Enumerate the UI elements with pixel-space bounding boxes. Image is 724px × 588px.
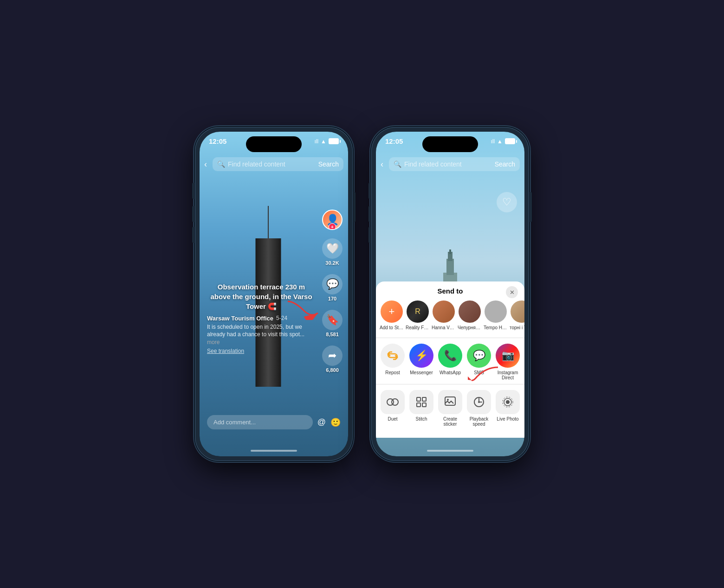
sheet-divider-1	[376, 338, 524, 338]
svg-rect-14	[417, 403, 420, 407]
creator-avatar[interactable]: 👤 +	[322, 210, 343, 230]
see-translation-btn[interactable]: See translation	[207, 348, 316, 354]
side-actions-panel: 👤 + 🤍 30.2K 💬 170 🔖 8,581 ➦ 6,800	[322, 210, 343, 373]
app-messenger[interactable]: ⚡ Messenger	[409, 344, 433, 380]
share-icon[interactable]: ➦	[322, 345, 343, 366]
status-time-2: 12:05	[385, 137, 403, 145]
video-description: It is scheduled to open in 2025, but we …	[207, 323, 316, 346]
share-action[interactable]: ➦ 6,800	[322, 345, 343, 373]
actions-row: Duet Stitch Create sticker	[376, 386, 524, 428]
close-sheet-button[interactable]: ✕	[506, 286, 518, 298]
search-input-container[interactable]: 🔍 Find related content Search	[213, 157, 343, 171]
like-action[interactable]: 🤍 30.2K	[322, 238, 343, 266]
comment-icon[interactable]: 💬	[322, 274, 343, 294]
action-create-sticker-label: Create sticker	[438, 416, 462, 427]
search-bar-area: ‹ 🔍 Find related content Search	[200, 157, 348, 171]
battery-icon-2: 22	[505, 138, 515, 144]
status-time: 12:05	[209, 137, 226, 145]
heart-button[interactable]: ♡	[497, 192, 517, 212]
user-chep-avatar	[459, 300, 481, 323]
search-icon: 🔍	[217, 160, 225, 168]
add-to-story-avatar: +	[381, 300, 403, 323]
add-to-story-item[interactable]: + Add to Story	[381, 300, 403, 330]
svg-point-19	[478, 401, 480, 403]
status-icons: ıll ▲ 22	[314, 138, 339, 145]
search-input-container-2[interactable]: 🔍 Find related content Search	[389, 157, 520, 171]
at-icon[interactable]: @	[317, 417, 326, 427]
create-sticker-icon	[438, 390, 462, 414]
user-tempo-name: Tempo Hand	[484, 325, 508, 330]
home-indicator-2	[427, 450, 473, 452]
wifi-icon: ▲	[321, 138, 326, 145]
bookmark-count: 8,581	[326, 332, 339, 337]
action-duet-label: Duet	[388, 416, 397, 422]
follow-button[interactable]: +	[329, 223, 336, 230]
repost-icon	[381, 344, 405, 368]
user-reality[interactable]: R Reality Fade Merch	[407, 300, 429, 330]
share-sheet: Send to ✕ + Add to Story R Reality	[376, 281, 524, 438]
action-playback-speed[interactable]: Playback speed	[467, 390, 491, 427]
back-button[interactable]: ‹	[204, 160, 207, 169]
svg-point-20	[506, 400, 510, 404]
user-hanna-name: Hanna Veganna	[432, 325, 456, 330]
app-whatsapp[interactable]: 📞 WhatsApp	[438, 344, 462, 380]
svg-rect-15	[422, 403, 426, 407]
back-button-2[interactable]: ‹	[381, 160, 383, 169]
phone-2: 12:05 ıll ▲ 22 ‹ 🔍 Find related content …	[371, 127, 529, 461]
search-placeholder-text: Find related content	[228, 160, 316, 168]
app-messenger-label: Messenger	[410, 370, 433, 375]
signal-icon: ıll	[314, 138, 318, 145]
search-icon-2: 🔍	[394, 160, 401, 168]
description-text: It is scheduled to open in 2025, but we …	[207, 324, 304, 338]
action-create-sticker[interactable]: Create sticker	[438, 390, 462, 427]
status-icons-2: ıll ▲ 22	[491, 138, 515, 145]
users-row: + Add to Story R Reality Fade Merch	[376, 300, 524, 336]
more-text[interactable]: more	[207, 339, 220, 345]
comment-bar: Add comment... @ 🙂	[200, 411, 348, 433]
dynamic-island	[246, 136, 302, 152]
comment-input[interactable]: Add comment...	[207, 415, 313, 429]
user-hanna[interactable]: Hanna Veganna	[433, 300, 455, 330]
search-button-2[interactable]: Search	[495, 160, 515, 168]
whatsapp-icon: 📞	[438, 344, 462, 368]
action-stitch[interactable]: Stitch	[409, 390, 433, 427]
user-tempo[interactable]: Tempo Hand	[485, 300, 507, 330]
wifi-icon-2: ▲	[497, 138, 503, 145]
messenger-icon: ⚡	[409, 344, 433, 368]
user-tempo-avatar	[485, 300, 507, 323]
app-repost[interactable]: Repost	[381, 344, 405, 380]
bookmark-action[interactable]: 🔖 8,581	[322, 310, 343, 337]
stitch-icon	[409, 390, 433, 414]
user-hanna-avatar	[433, 300, 455, 323]
user-reality-name: Reality Fade Merch	[406, 325, 430, 330]
like-count: 30.2K	[325, 260, 339, 266]
comment-action[interactable]: 💬 170	[322, 274, 343, 301]
user-torni-name: торні і її пріколи	[510, 325, 524, 330]
svg-rect-16	[445, 397, 455, 405]
battery-icon: 22	[329, 138, 339, 144]
user-reality-avatar: R	[407, 300, 429, 323]
user-torni-avatar	[511, 300, 524, 323]
action-live-photo[interactable]: Live Photo	[496, 390, 520, 427]
emoji-icon[interactable]: 🙂	[330, 417, 341, 428]
live-photo-icon	[496, 390, 520, 414]
action-playback-speed-label: Playback speed	[467, 416, 491, 427]
duet-icon	[381, 390, 405, 414]
search-bar-area-2: ‹ 🔍 Find related content Search	[376, 157, 524, 171]
search-button[interactable]: Search	[318, 160, 339, 168]
phone-1: 12:05 ıll ▲ 22 ‹ 🔍 Find related content …	[195, 127, 353, 461]
app-whatsapp-label: WhatsApp	[440, 370, 461, 375]
sheet-divider-2	[376, 384, 524, 384]
like-icon[interactable]: 🤍	[322, 238, 343, 259]
bookmark-icon[interactable]: 🔖	[322, 310, 343, 330]
signal-icon-2: ıll	[491, 138, 495, 145]
share-header: Send to ✕	[376, 287, 524, 300]
action-stitch-label: Stitch	[415, 416, 427, 422]
dynamic-island-2	[422, 136, 478, 152]
svg-rect-13	[422, 397, 426, 401]
action-duet[interactable]: Duet	[381, 390, 405, 427]
user-chep[interactable]: Чепурняша 🇺🇦	[459, 300, 481, 330]
author-name[interactable]: Warsaw Tourism Office	[207, 315, 273, 322]
red-arrow-indicator	[285, 297, 323, 322]
user-torni[interactable]: торні і її пріколи	[511, 300, 524, 330]
